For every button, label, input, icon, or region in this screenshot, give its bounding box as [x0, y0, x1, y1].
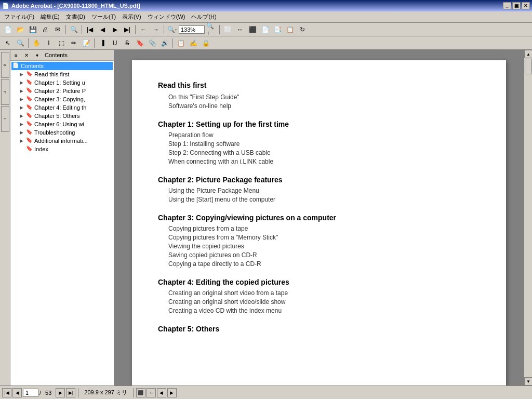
toc-item[interactable]: Software's on-line help [168, 102, 480, 110]
minimize-button[interactable]: _ [503, 2, 511, 9]
first-page-button[interactable]: |◀ [84, 24, 96, 35]
toc-item[interactable]: Copying pictures from a tape [168, 225, 480, 232]
toc-item[interactable]: Creating an original short video from a … [168, 289, 480, 297]
open-button[interactable]: 📂 [15, 24, 26, 35]
toc-item[interactable]: Using the [Start] menu of the computer [168, 196, 480, 203]
zoom-input[interactable]: 133% [179, 25, 205, 34]
actual-size-button[interactable]: ⬛ [247, 24, 258, 35]
toc-section-chapter3: Chapter 3: Copying/viewing pictures on a… [158, 214, 480, 268]
toc-item[interactable]: Creating an original short video/slide s… [168, 298, 480, 305]
zoom-out-button[interactable]: 🔍- [166, 24, 178, 35]
sidebar-menu-btn[interactable]: ≡ [11, 51, 21, 59]
highlight-button[interactable]: ▐ [97, 37, 108, 49]
toc-item[interactable]: Copying a tape directly to a CD-R [168, 260, 480, 268]
toolbar-sep2 [82, 25, 82, 34]
print-button[interactable]: 🖨 [39, 24, 51, 35]
underline-button[interactable]: U [109, 37, 121, 49]
scroll-down-button[interactable]: ▼ [524, 377, 532, 385]
attach-button[interactable]: 📎 [147, 37, 158, 49]
sidebar-delete-btn[interactable]: ✕ [22, 51, 31, 59]
status-last-page[interactable]: ▶| [66, 388, 75, 397]
toc-item[interactable]: Step 1: Installing software [168, 140, 480, 148]
fit-width-button[interactable]: ↔ [234, 24, 246, 35]
hand-tool-button[interactable]: ✋ [31, 37, 42, 49]
menu-window[interactable]: ウィンドウ(W) [144, 12, 189, 22]
next-page-button[interactable]: ▶ [109, 24, 121, 35]
note-button[interactable]: 📝 [81, 37, 92, 49]
section-title-read-first: Read this first [158, 81, 480, 89]
current-page[interactable]: 1 [23, 389, 38, 397]
menu-tools[interactable]: ツール(T) [88, 12, 119, 22]
menu-view[interactable]: 表示(V) [119, 12, 144, 22]
menu-edit[interactable]: 編集(E) [37, 12, 63, 22]
bookmarks-tab[interactable]: B [1, 52, 9, 78]
markup-button[interactable]: ✏ [68, 37, 79, 49]
prev-view-btn[interactable]: ◀ [157, 388, 166, 397]
tree-item-read-first[interactable]: ▶ 🔖 Read this first [11, 70, 113, 78]
pages-tab[interactable]: P [1, 79, 9, 105]
status-first-page[interactable]: |◀ [2, 388, 11, 397]
toc-item[interactable]: When connecting with an i.LINK cable [168, 158, 480, 165]
find-button[interactable]: 🔍 [68, 24, 79, 35]
tree-item-chapter5[interactable]: ▶ 🔖 Chapter 5: Others [11, 112, 113, 120]
continuous-button[interactable]: 📑 [272, 24, 283, 35]
toc-item[interactable]: Using the Picture Package Menu [168, 187, 480, 194]
strikeout-button[interactable]: S̶ [122, 37, 133, 49]
last-page-button[interactable]: ▶| [122, 24, 133, 35]
tree-item-chapter2[interactable]: ▶ 🔖 Chapter 2: Picture P [11, 87, 113, 95]
menu-help[interactable]: ヘルプ(H) [188, 12, 219, 22]
pdf-viewer[interactable]: Read this first On this "First Step Guid… [114, 50, 524, 385]
tree-item-troubleshooting[interactable]: ▶ 🔖 Troubleshooting [11, 128, 113, 137]
facing-button[interactable]: 📋 [284, 24, 296, 35]
zoom-fit-btn[interactable]: ⬛ [136, 388, 145, 397]
close-button[interactable]: ✕ [522, 2, 530, 9]
tree-item-chapter3[interactable]: ▶ 🔖 Chapter 3: Copying, [11, 95, 113, 103]
forward-button[interactable]: → [150, 24, 162, 35]
secure-button[interactable]: 🔒 [200, 37, 211, 49]
bookmark-icon: 🔖 [26, 71, 33, 78]
next-view-btn[interactable]: ▶ [167, 388, 177, 397]
toc-item[interactable]: Preparation flow [168, 131, 480, 139]
tree-item-contents[interactable]: 📄 Contents [11, 62, 113, 70]
save-button[interactable]: 💾 [27, 24, 38, 35]
restore-button[interactable]: ▣ [512, 2, 521, 9]
toc-item[interactable]: Viewing the copied pictures [168, 243, 480, 250]
rotate-button[interactable]: ↻ [297, 24, 308, 35]
prev-page-button[interactable]: ◀ [97, 24, 108, 35]
scrollbar-right[interactable]: ▲ ▼ [524, 50, 532, 385]
zoom-tool-button[interactable]: 🔍 [15, 37, 26, 49]
toc-item[interactable]: On this "First Step Guide" [168, 94, 480, 101]
text-select-button[interactable]: I [43, 37, 55, 49]
menu-document[interactable]: 文書(D) [63, 12, 88, 22]
new-button[interactable]: 📄 [2, 24, 14, 35]
status-next-page[interactable]: ▶ [56, 388, 65, 397]
tree-item-additional[interactable]: ▶ 🔖 Additional informati... [11, 137, 113, 145]
tree-item-index[interactable]: 🔖 Index [11, 145, 113, 153]
menu-file[interactable]: ファイル(F) [1, 12, 37, 22]
tree-item-chapter4[interactable]: ▶ 🔖 Chapter 4: Editing th [11, 103, 113, 112]
scroll-up-button[interactable]: ▲ [524, 50, 532, 58]
scroll-thumb[interactable] [525, 59, 532, 74]
email-button[interactable]: ✉ [52, 24, 63, 35]
zoom-full-btn[interactable]: ↔ [147, 388, 156, 397]
info-tab[interactable]: i [1, 106, 9, 132]
graphics-select-button[interactable]: ⬚ [56, 37, 67, 49]
toc-item[interactable]: Copying pictures from a "Memory Stick" [168, 234, 480, 241]
fit-page-button[interactable]: ⬜ [222, 24, 233, 35]
forms-button[interactable]: 📋 [175, 37, 187, 49]
tree-item-chapter1[interactable]: ▶ 🔖 Chapter 1: Setting u [11, 78, 113, 87]
sidebar-options-btn[interactable]: ▾ [32, 51, 42, 59]
toc-item-step2-usb[interactable]: Step 2: Connecting with a USB cable [168, 149, 480, 156]
select-button[interactable]: ↖ [2, 37, 14, 49]
stamp-button[interactable]: 🔖 [134, 37, 145, 49]
audio-button[interactable]: 🔊 [159, 37, 170, 49]
status-prev-page[interactable]: ◀ [12, 388, 22, 397]
back-button[interactable]: ← [138, 24, 149, 35]
toc-item[interactable]: Saving copied pictures on CD-R [168, 251, 480, 259]
single-page-button[interactable]: 📄 [259, 24, 271, 35]
sidebar-tree[interactable]: 📄 Contents ▶ 🔖 Read this first ▶ 🔖 Chapt… [10, 61, 114, 385]
sign-button[interactable]: ✍ [188, 37, 199, 49]
toc-item[interactable]: Creating a video CD with the index menu [168, 307, 480, 314]
zoom-in-button[interactable]: 🔍+ [206, 24, 217, 35]
tree-item-chapter6[interactable]: ▶ 🔖 Chapter 6: Using wi [11, 120, 113, 128]
